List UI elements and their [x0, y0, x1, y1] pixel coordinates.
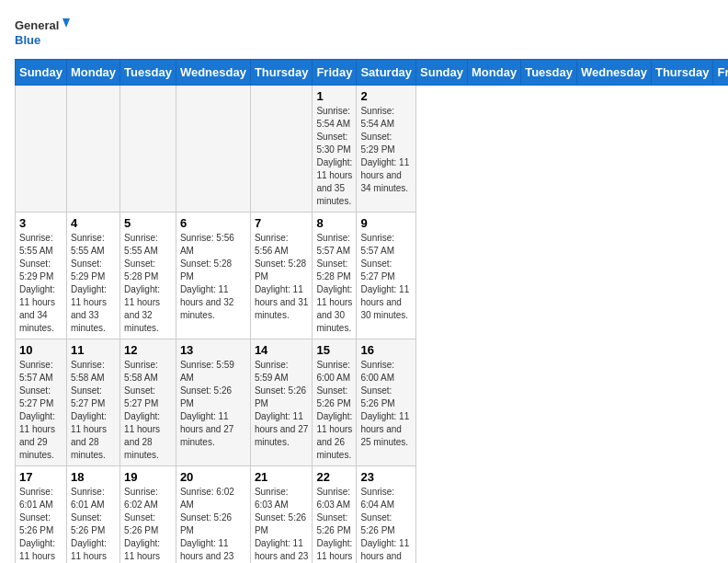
- day-number: 13: [180, 343, 246, 357]
- calendar-cell: 23Sunrise: 6:04 AMSunset: 5:26 PMDayligh…: [357, 466, 416, 564]
- header-wednesday: Wednesday: [176, 60, 250, 86]
- day-number: 17: [19, 470, 63, 484]
- svg-marker-2: [63, 18, 70, 28]
- calendar-cell: 22Sunrise: 6:03 AMSunset: 5:26 PMDayligh…: [313, 466, 357, 564]
- calendar-cell: [120, 86, 176, 213]
- day-info: Sunrise: 6:01 AMSunset: 5:26 PMDaylight:…: [71, 486, 116, 563]
- day-number: 16: [360, 343, 412, 357]
- header-tuesday: Tuesday: [521, 60, 577, 86]
- calendar-header-row: SundayMondayTuesdayWednesdayThursdayFrid…: [16, 60, 729, 86]
- day-number: 7: [255, 216, 309, 230]
- day-info: Sunrise: 6:03 AMSunset: 5:26 PMDaylight:…: [255, 486, 309, 563]
- day-info: Sunrise: 6:04 AMSunset: 5:26 PMDaylight:…: [360, 486, 412, 563]
- day-number: 21: [255, 470, 309, 484]
- day-number: 15: [316, 343, 352, 357]
- day-info: Sunrise: 5:56 AMSunset: 5:28 PMDaylight:…: [180, 232, 246, 322]
- calendar-cell: [250, 86, 313, 213]
- day-number: 6: [180, 216, 246, 230]
- day-number: 8: [316, 216, 352, 230]
- calendar-cell: 14Sunrise: 5:59 AMSunset: 5:26 PMDayligh…: [250, 339, 313, 466]
- svg-text:Blue: Blue: [15, 33, 40, 47]
- header-friday: Friday: [713, 60, 728, 86]
- calendar-week-row: 10Sunrise: 5:57 AMSunset: 5:27 PMDayligh…: [16, 339, 729, 466]
- header-monday: Monday: [468, 60, 521, 86]
- day-number: 11: [71, 343, 116, 357]
- header-wednesday: Wednesday: [576, 60, 651, 86]
- calendar-week-row: 3Sunrise: 5:55 AMSunset: 5:29 PMDaylight…: [16, 213, 729, 339]
- day-info: Sunrise: 5:56 AMSunset: 5:28 PMDaylight:…: [255, 232, 309, 322]
- header-saturday: Saturday: [357, 60, 416, 86]
- day-info: Sunrise: 5:58 AMSunset: 5:27 PMDaylight:…: [71, 359, 116, 462]
- day-info: Sunrise: 6:01 AMSunset: 5:26 PMDaylight:…: [19, 486, 63, 563]
- svg-text:General: General: [15, 18, 59, 32]
- calendar-table: SundayMondayTuesdayWednesdayThursdayFrid…: [15, 59, 728, 563]
- day-info: Sunrise: 5:58 AMSunset: 5:27 PMDaylight:…: [124, 359, 172, 462]
- calendar-cell: 7Sunrise: 5:56 AMSunset: 5:28 PMDaylight…: [250, 213, 313, 339]
- day-number: 4: [71, 216, 116, 230]
- day-info: Sunrise: 6:00 AMSunset: 5:26 PMDaylight:…: [316, 359, 352, 462]
- calendar-cell: 12Sunrise: 5:58 AMSunset: 5:27 PMDayligh…: [120, 339, 176, 466]
- header-thursday: Thursday: [651, 60, 713, 86]
- day-info: Sunrise: 5:55 AMSunset: 5:29 PMDaylight:…: [19, 232, 63, 335]
- day-number: 10: [19, 343, 63, 357]
- calendar-week-row: 17Sunrise: 6:01 AMSunset: 5:26 PMDayligh…: [16, 466, 729, 564]
- calendar-cell: 16Sunrise: 6:00 AMSunset: 5:26 PMDayligh…: [357, 339, 416, 466]
- day-info: Sunrise: 6:02 AMSunset: 5:26 PMDaylight:…: [124, 486, 172, 563]
- calendar-cell: 1Sunrise: 5:54 AMSunset: 5:30 PMDaylight…: [313, 86, 357, 213]
- day-number: 20: [180, 470, 246, 484]
- calendar-cell: 5Sunrise: 5:55 AMSunset: 5:28 PMDaylight…: [120, 213, 176, 339]
- day-info: Sunrise: 6:02 AMSunset: 5:26 PMDaylight:…: [180, 486, 246, 563]
- calendar-cell: 15Sunrise: 6:00 AMSunset: 5:26 PMDayligh…: [313, 339, 357, 466]
- calendar-cell: 6Sunrise: 5:56 AMSunset: 5:28 PMDaylight…: [176, 213, 250, 339]
- logo: General Blue: [15, 15, 70, 52]
- calendar-cell: 21Sunrise: 6:03 AMSunset: 5:26 PMDayligh…: [250, 466, 313, 564]
- calendar-cell: 20Sunrise: 6:02 AMSunset: 5:26 PMDayligh…: [176, 466, 250, 564]
- day-number: 18: [71, 470, 116, 484]
- calendar-cell: [16, 86, 67, 213]
- calendar-cell: 11Sunrise: 5:58 AMSunset: 5:27 PMDayligh…: [66, 339, 119, 466]
- header-friday: Friday: [313, 60, 357, 86]
- day-info: Sunrise: 5:57 AMSunset: 5:28 PMDaylight:…: [316, 232, 352, 335]
- day-number: 3: [19, 216, 63, 230]
- calendar-cell: 10Sunrise: 5:57 AMSunset: 5:27 PMDayligh…: [16, 339, 67, 466]
- day-info: Sunrise: 5:55 AMSunset: 5:29 PMDaylight:…: [71, 232, 116, 335]
- logo-svg: General Blue: [15, 15, 70, 52]
- calendar-cell: 2Sunrise: 5:54 AMSunset: 5:29 PMDaylight…: [357, 86, 416, 213]
- day-number: 5: [124, 216, 172, 230]
- calendar-cell: [176, 86, 250, 213]
- header-monday: Monday: [66, 60, 119, 86]
- day-info: Sunrise: 5:57 AMSunset: 5:27 PMDaylight:…: [19, 359, 63, 462]
- day-number: 12: [124, 343, 172, 357]
- header-sunday: Sunday: [16, 60, 67, 86]
- day-info: Sunrise: 6:03 AMSunset: 5:26 PMDaylight:…: [316, 486, 352, 563]
- day-info: Sunrise: 5:59 AMSunset: 5:26 PMDaylight:…: [255, 359, 309, 449]
- header-thursday: Thursday: [250, 60, 313, 86]
- day-info: Sunrise: 5:57 AMSunset: 5:27 PMDaylight:…: [360, 232, 412, 322]
- header-sunday: Sunday: [416, 60, 468, 86]
- header-tuesday: Tuesday: [120, 60, 176, 86]
- calendar-cell: 17Sunrise: 6:01 AMSunset: 5:26 PMDayligh…: [16, 466, 67, 564]
- calendar-cell: 8Sunrise: 5:57 AMSunset: 5:28 PMDaylight…: [313, 213, 357, 339]
- day-info: Sunrise: 6:00 AMSunset: 5:26 PMDaylight:…: [360, 359, 412, 449]
- day-number: 1: [316, 89, 352, 103]
- day-number: 22: [316, 470, 352, 484]
- calendar-cell: 13Sunrise: 5:59 AMSunset: 5:26 PMDayligh…: [176, 339, 250, 466]
- calendar-cell: 18Sunrise: 6:01 AMSunset: 5:26 PMDayligh…: [66, 466, 119, 564]
- day-info: Sunrise: 5:54 AMSunset: 5:29 PMDaylight:…: [360, 105, 412, 195]
- day-info: Sunrise: 5:55 AMSunset: 5:28 PMDaylight:…: [124, 232, 172, 335]
- calendar-week-row: 1Sunrise: 5:54 AMSunset: 5:30 PMDaylight…: [16, 86, 729, 213]
- day-number: 14: [255, 343, 309, 357]
- day-number: 19: [124, 470, 172, 484]
- day-number: 9: [360, 216, 412, 230]
- day-number: 2: [360, 89, 412, 103]
- day-info: Sunrise: 5:54 AMSunset: 5:30 PMDaylight:…: [316, 105, 352, 208]
- calendar-cell: [66, 86, 119, 213]
- page-header: General Blue: [15, 15, 713, 52]
- calendar-cell: 3Sunrise: 5:55 AMSunset: 5:29 PMDaylight…: [16, 213, 67, 339]
- calendar-cell: 4Sunrise: 5:55 AMSunset: 5:29 PMDaylight…: [66, 213, 119, 339]
- day-number: 23: [360, 470, 412, 484]
- calendar-cell: 9Sunrise: 5:57 AMSunset: 5:27 PMDaylight…: [357, 213, 416, 339]
- day-info: Sunrise: 5:59 AMSunset: 5:26 PMDaylight:…: [180, 359, 246, 449]
- calendar-cell: 19Sunrise: 6:02 AMSunset: 5:26 PMDayligh…: [120, 466, 176, 564]
